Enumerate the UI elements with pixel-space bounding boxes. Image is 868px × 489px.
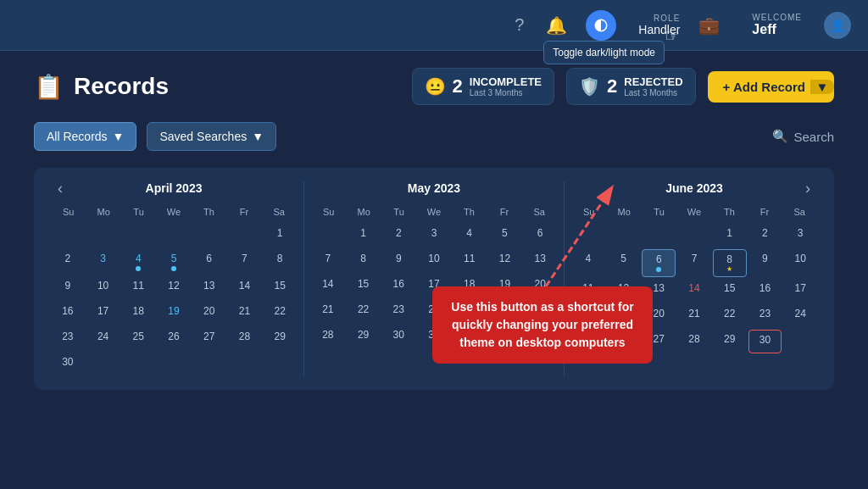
table-row[interactable]: 22 bbox=[347, 300, 381, 324]
table-row[interactable]: 28 bbox=[677, 330, 711, 353]
table-row[interactable]: 7 bbox=[311, 249, 345, 273]
next-month-button[interactable]: › bbox=[798, 180, 817, 197]
table-row[interactable]: 9 bbox=[381, 249, 415, 273]
table-row[interactable]: 2 bbox=[381, 224, 415, 247]
table-row[interactable]: 17 bbox=[86, 302, 120, 325]
table-row[interactable]: 26 bbox=[157, 327, 191, 351]
table-row[interactable]: 30 bbox=[381, 325, 415, 349]
table-row[interactable]: 22 bbox=[263, 302, 297, 325]
table-row[interactable]: 3 bbox=[86, 249, 120, 275]
table-row[interactable]: 27 bbox=[192, 327, 226, 351]
table-row[interactable]: 12 bbox=[488, 249, 522, 273]
table-row[interactable]: 3 bbox=[783, 224, 817, 247]
table-row[interactable]: 21 bbox=[677, 304, 711, 328]
table-row[interactable]: 8 bbox=[347, 249, 381, 273]
all-records-filter[interactable]: All Records ▼ bbox=[34, 122, 136, 151]
search-icon: 🔍 bbox=[772, 129, 788, 144]
theme-toggle-button[interactable] bbox=[586, 10, 616, 41]
table-row[interactable]: 10 bbox=[86, 276, 120, 300]
table-row[interactable]: 4 bbox=[571, 249, 605, 277]
table-row[interactable]: 12 bbox=[157, 276, 191, 300]
add-record-dropdown[interactable]: ▼ bbox=[810, 80, 834, 94]
add-record-button[interactable]: + Add Record ▼ bbox=[708, 71, 834, 103]
table-row[interactable]: 14 bbox=[228, 276, 262, 300]
table-row[interactable]: 4 bbox=[121, 249, 155, 275]
table-row[interactable]: 1 bbox=[263, 224, 297, 247]
table-row[interactable]: 13 bbox=[192, 276, 226, 300]
welcome-area: WELCOME Jeff bbox=[752, 13, 802, 37]
table-row[interactable]: 14 bbox=[311, 275, 345, 298]
table-row[interactable]: 2 bbox=[748, 224, 782, 247]
table-row[interactable]: 23 bbox=[381, 300, 415, 324]
table-row[interactable]: 24 bbox=[783, 304, 817, 328]
table-row[interactable]: 23 bbox=[51, 327, 85, 351]
rejected-badge[interactable]: 🛡️ 2 REJECTED Last 3 Months bbox=[566, 68, 696, 105]
briefcase-icon[interactable]: 💼 bbox=[695, 12, 723, 39]
table-row[interactable]: 6 bbox=[192, 249, 226, 275]
table-row[interactable]: 8★ bbox=[713, 249, 747, 277]
table-row[interactable]: 29 bbox=[713, 330, 747, 353]
app-header: ? 🔔 Toggle dark/light mode ROLE Handler … bbox=[0, 0, 868, 51]
table-row[interactable]: 9 bbox=[748, 249, 782, 277]
table-row[interactable]: 11 bbox=[453, 249, 487, 273]
table-row[interactable]: 6 bbox=[642, 249, 676, 277]
table-row[interactable]: 4 bbox=[453, 224, 487, 247]
table-row[interactable]: 16 bbox=[51, 302, 85, 325]
cursor: ☞ bbox=[665, 25, 680, 46]
table-row[interactable]: 24 bbox=[86, 327, 120, 351]
table-row[interactable]: 29 bbox=[263, 327, 297, 351]
table-row[interactable]: 9 bbox=[51, 276, 85, 300]
calendar-april: ‹ April 2023 Su Mo Tu We Th Fr Sa bbox=[51, 181, 297, 376]
records-icon: 📋 bbox=[34, 73, 64, 101]
table-row[interactable]: 1 bbox=[347, 224, 381, 247]
header-icons: ? 🔔 Toggle dark/light mode ROLE Handler … bbox=[511, 10, 851, 41]
user-avatar[interactable]: 👤 bbox=[824, 12, 851, 39]
table-row[interactable]: 19 bbox=[157, 302, 191, 325]
table-row[interactable]: 11 bbox=[121, 276, 155, 300]
table-row[interactable]: 2 bbox=[51, 249, 85, 275]
table-row[interactable]: 6 bbox=[523, 224, 557, 247]
table-row[interactable]: 23 bbox=[748, 304, 782, 328]
prev-month-button[interactable]: ‹ bbox=[51, 180, 70, 197]
table-row[interactable]: 30 bbox=[748, 330, 782, 353]
calendar-container: ‹ April 2023 Su Mo Tu We Th Fr Sa bbox=[34, 168, 834, 390]
table-row[interactable]: 1 bbox=[713, 224, 747, 247]
table-row[interactable]: 22 bbox=[713, 304, 747, 328]
table-row[interactable]: 30 bbox=[51, 353, 85, 376]
table-row[interactable]: 5 bbox=[157, 249, 191, 275]
table-row[interactable]: 18 bbox=[121, 302, 155, 325]
table-row[interactable]: 10 bbox=[417, 249, 451, 273]
table-row[interactable]: 15 bbox=[713, 279, 747, 303]
search-button[interactable]: 🔍 Search bbox=[772, 129, 834, 144]
table-row[interactable]: 15 bbox=[263, 276, 297, 300]
table-row[interactable]: 10 bbox=[783, 249, 817, 277]
may-title: May 2023 bbox=[408, 181, 460, 195]
table-row[interactable]: 7 bbox=[677, 249, 711, 277]
table-row[interactable]: 16 bbox=[748, 279, 782, 303]
april-header: ‹ April 2023 bbox=[51, 181, 297, 195]
table-row[interactable]: 5 bbox=[488, 224, 522, 247]
incomplete-badge[interactable]: 😐 2 INCOMPLETE Last 3 Months bbox=[412, 68, 554, 105]
table-row[interactable]: 21 bbox=[311, 300, 345, 324]
table-row[interactable]: 28 bbox=[311, 325, 345, 349]
help-icon[interactable]: ? bbox=[511, 12, 527, 38]
incomplete-count: 2 bbox=[453, 75, 463, 97]
table-row[interactable]: 14 bbox=[677, 279, 711, 303]
table-row[interactable]: 21 bbox=[228, 302, 262, 325]
table-row[interactable]: 29 bbox=[347, 325, 381, 349]
table-row[interactable]: 20 bbox=[192, 302, 226, 325]
table-row[interactable]: 13 bbox=[523, 249, 557, 273]
saved-searches-filter[interactable]: Saved Searches ▼ bbox=[147, 122, 276, 151]
table-row[interactable]: 3 bbox=[417, 224, 451, 247]
table-row[interactable]: 7 bbox=[228, 249, 262, 275]
table-row[interactable]: 16 bbox=[381, 275, 415, 298]
table-row[interactable]: 8 bbox=[263, 249, 297, 275]
table-row[interactable]: 5 bbox=[607, 249, 641, 277]
table-row[interactable]: 28 bbox=[228, 327, 262, 351]
table-row[interactable]: 25 bbox=[121, 327, 155, 351]
table-row[interactable]: 15 bbox=[347, 275, 381, 298]
rejected-sub: Last 3 Months bbox=[624, 88, 682, 97]
notification-icon[interactable]: 🔔 bbox=[542, 12, 570, 39]
table-row[interactable]: 17 bbox=[783, 279, 817, 303]
main-content: 📋 Records 😐 2 INCOMPLETE Last 3 Months 🛡… bbox=[0, 51, 868, 407]
